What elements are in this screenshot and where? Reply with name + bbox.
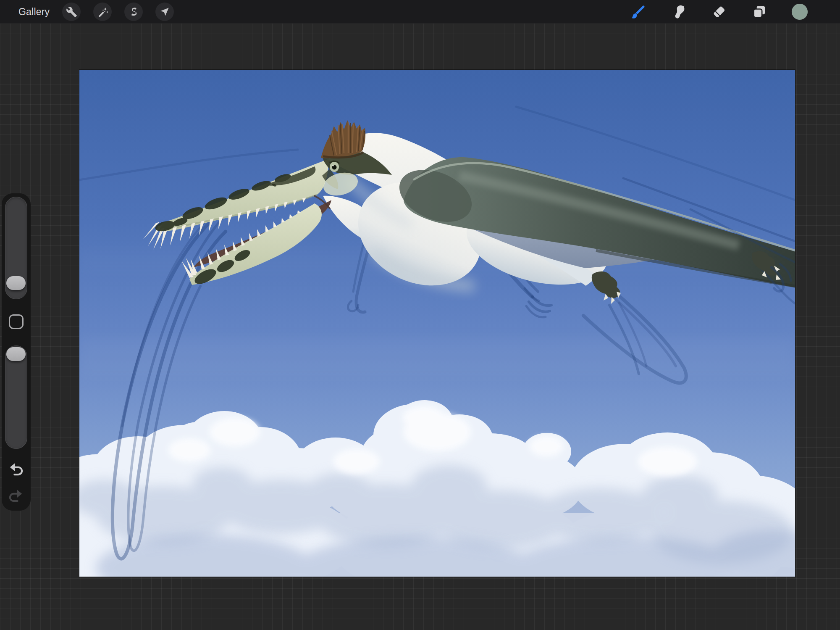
paintbrush-icon [630, 4, 646, 20]
color-swatch [791, 3, 808, 21]
undo-button[interactable] [7, 460, 25, 479]
opacity-thumb[interactable] [6, 347, 26, 361]
eraser-tool-button[interactable] [711, 3, 727, 20]
toolbar-right-group [630, 3, 840, 20]
gallery-button[interactable]: Gallery [18, 7, 50, 17]
arrow-cursor-icon [159, 6, 170, 17]
magic-wand-icon [97, 6, 108, 18]
smudge-finger-icon [671, 4, 687, 20]
toolbar-left-group: Gallery [0, 3, 174, 21]
modify-button[interactable] [9, 314, 24, 329]
undo-icon [8, 460, 24, 479]
s-curve-icon [128, 6, 139, 18]
layers-button[interactable] [751, 3, 768, 20]
artwork-pterosaur-painting [79, 70, 795, 577]
drawing-canvas[interactable] [79, 70, 795, 577]
smudge-tool-button[interactable] [670, 3, 687, 20]
redo-icon [8, 486, 24, 506]
brush-size-thumb[interactable] [6, 276, 26, 290]
transform-button[interactable] [155, 3, 174, 21]
opacity-slider[interactable] [5, 345, 27, 449]
redo-button[interactable] [7, 487, 25, 505]
brush-size-slider[interactable] [5, 197, 27, 299]
wrench-icon [66, 6, 77, 18]
paint-tool-button[interactable] [630, 3, 647, 20]
top-toolbar: Gallery [0, 0, 840, 24]
selection-button[interactable] [124, 3, 143, 21]
adjustments-button[interactable] [93, 3, 112, 21]
procreate-workspace: Gallery [0, 0, 840, 630]
eraser-icon [711, 4, 727, 20]
layers-icon [751, 4, 767, 20]
actions-button[interactable] [62, 3, 81, 21]
brush-sidebar [2, 193, 31, 511]
color-button[interactable] [791, 3, 808, 20]
